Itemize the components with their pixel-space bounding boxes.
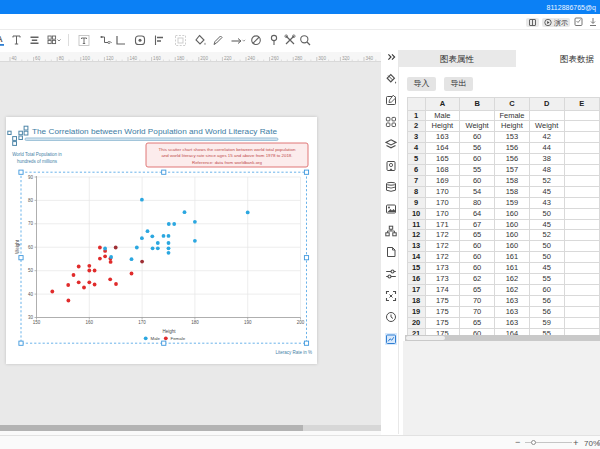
- svg-text:170: 170: [138, 320, 146, 325]
- svg-text:A: A: [0, 34, 3, 44]
- svg-text:160: 160: [153, 56, 161, 61]
- svg-text:80: 80: [59, 56, 65, 61]
- svg-text:120: 120: [106, 56, 114, 61]
- svg-text:180: 180: [177, 56, 185, 61]
- svg-text:Height: Height: [162, 329, 176, 334]
- svg-text:40: 40: [12, 56, 18, 61]
- svg-text:and world literacy rate since: and world literacy rate since ages 15 an…: [161, 153, 292, 158]
- svg-text:190: 190: [244, 320, 252, 325]
- svg-text:300: 300: [318, 56, 326, 61]
- svg-text:Weight: Weight: [15, 239, 20, 254]
- svg-text:220: 220: [224, 56, 232, 61]
- svg-text:The Correlation between World: The Correlation between World Population…: [32, 127, 278, 136]
- svg-text:260: 260: [271, 56, 279, 61]
- svg-text:320: 320: [342, 56, 350, 61]
- svg-text:40: 40: [28, 292, 34, 297]
- svg-text:Male: Male: [151, 336, 161, 341]
- svg-text:World Total Population in: World Total Population in: [12, 152, 62, 157]
- svg-text:200: 200: [200, 56, 208, 61]
- svg-text:Literacy Rate in %: Literacy Rate in %: [275, 350, 312, 355]
- svg-text:180: 180: [191, 320, 199, 325]
- svg-text:160: 160: [86, 320, 94, 325]
- svg-text:Reference: data from worldbank: Reference: data from worldbank.org: [192, 160, 263, 165]
- svg-text:200: 200: [297, 320, 305, 325]
- svg-text:Female: Female: [171, 336, 186, 341]
- svg-text:This scatter chart shows the c: This scatter chart shows the correlation…: [159, 147, 296, 152]
- svg-text:100: 100: [82, 56, 90, 61]
- svg-text:340: 340: [366, 56, 374, 61]
- svg-text:90: 90: [28, 175, 34, 180]
- svg-text:hundreds of millions: hundreds of millions: [17, 159, 58, 164]
- svg-text:70: 70: [28, 221, 34, 226]
- svg-text:280: 280: [295, 56, 303, 61]
- svg-text:80: 80: [28, 198, 34, 203]
- svg-text:50: 50: [28, 268, 34, 273]
- svg-text:140: 140: [130, 56, 138, 61]
- svg-text:150: 150: [33, 320, 41, 325]
- svg-text:60: 60: [28, 245, 34, 250]
- svg-text:60: 60: [35, 56, 41, 61]
- svg-text:240: 240: [248, 56, 256, 61]
